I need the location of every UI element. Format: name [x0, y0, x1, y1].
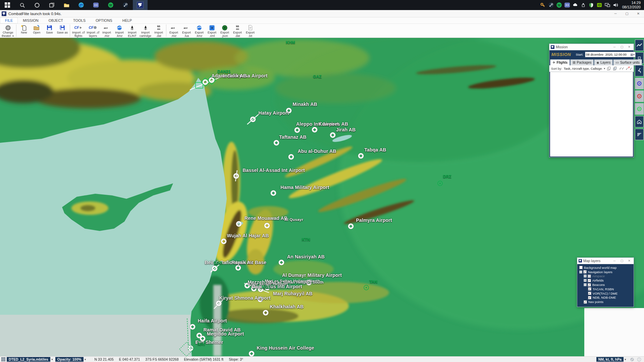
layer-label[interactable]: Background world map	[584, 266, 616, 269]
airfield-marker[interactable]	[264, 223, 270, 229]
tray-defender-icon[interactable]	[587, 0, 595, 10]
minimize-button[interactable]: ─	[611, 44, 618, 50]
collapse-icon[interactable]: −	[579, 270, 582, 274]
airfield-marker[interactable]	[235, 265, 241, 271]
taskbar-combatflite-icon[interactable]	[133, 0, 148, 10]
bullseye-green-button[interactable]	[635, 103, 644, 115]
toolbar-export-kmz-button[interactable]: Export.kmz	[193, 24, 206, 38]
taskbar-cortana-icon[interactable]	[30, 0, 44, 10]
map-layers-titlebar[interactable]: Map layers ─ ▢ ✕	[577, 258, 634, 264]
close-button[interactable]: ✕	[633, 10, 644, 17]
checkbox[interactable]: ✓	[583, 270, 587, 274]
menu-tools[interactable]: TOOLS	[68, 17, 91, 23]
layer-label[interactable]: Beacons	[592, 283, 605, 287]
checkbox[interactable]: ✓	[588, 296, 591, 299]
layer-label[interactable]: NDB, NDB-DME	[593, 296, 616, 299]
toolbar-export-xml-button[interactable]: ✈ Export.xml	[206, 24, 218, 38]
checkbox[interactable]	[579, 266, 583, 269]
layer-label[interactable]: VOR(TAC) / DME	[593, 292, 618, 295]
bullseye-blue-button[interactable]	[635, 78, 644, 89]
units-chip[interactable]: NM, kt, ft, hPa	[596, 357, 624, 362]
airfield-marker[interactable]	[200, 336, 206, 342]
toolbar-change-theater-button[interactable]: Changetheater ▼	[1, 24, 15, 38]
expand-icon[interactable]: +	[584, 275, 587, 278]
airfield-marker[interactable]	[312, 127, 318, 133]
airfield-marker[interactable]	[286, 108, 292, 114]
menu-object[interactable]: OBJECT	[44, 17, 68, 23]
minimize-button[interactable]: ─	[610, 10, 621, 17]
taskbar-file-explorer-icon[interactable]	[59, 0, 74, 10]
maximize-button[interactable]: ▢	[621, 10, 633, 17]
close-button[interactable]: ✕	[626, 44, 633, 50]
taskbar-task-view-icon[interactable]	[44, 0, 59, 10]
taskbar-spotify-icon[interactable]	[103, 0, 118, 10]
layer-label[interactable]: Nav points	[588, 300, 603, 304]
check-all-icon[interactable]: ✓✓	[619, 66, 624, 71]
minimize-button[interactable]: ─	[611, 258, 618, 264]
checkbox[interactable]: ✓	[588, 292, 591, 295]
maximize-button[interactable]: ▢	[618, 258, 626, 264]
airfield-marker[interactable]	[249, 351, 255, 357]
tray-steam-icon[interactable]	[547, 0, 555, 10]
toolbar-export-lua-button[interactable]: ace Export.lua	[180, 24, 193, 38]
airfield-marker[interactable]	[209, 77, 215, 83]
measure-route-button[interactable]	[635, 40, 644, 51]
expand-icon[interactable]: +	[584, 279, 587, 282]
taskbar-clock[interactable]: 14:29 08/12/2020	[620, 1, 644, 9]
toolbar-open-button[interactable]: Open	[30, 24, 43, 38]
chevron-down-icon[interactable]: ▼	[624, 358, 627, 361]
uncheck-all-icon[interactable]: ✓✗✓	[626, 66, 632, 71]
bullseye-red-button[interactable]	[635, 90, 644, 102]
airfield-marker[interactable]	[306, 280, 312, 286]
calendar-icon[interactable]: ▦	[630, 53, 633, 56]
tab-layers[interactable]: ◈Layers	[594, 59, 613, 65]
airfield-marker[interactable]	[203, 79, 208, 85]
start-datetime-input[interactable]	[586, 53, 630, 56]
warning-icon[interactable]	[637, 357, 641, 362]
airfield-marker[interactable]	[258, 297, 263, 302]
airfield-marker[interactable]	[288, 154, 294, 160]
airfield-marker[interactable]	[216, 301, 222, 306]
toolbar-import-dat-button[interactable]: NS430 Import.dat	[152, 24, 165, 38]
map-objects-overlay[interactable]	[0, 38, 644, 356]
taskbar-discord-icon[interactable]	[89, 0, 103, 10]
copy-all-icon[interactable]	[613, 66, 617, 71]
home-view-button[interactable]	[635, 116, 644, 127]
checkbox[interactable]: ✓	[588, 283, 591, 287]
checkbox[interactable]: ✓	[588, 287, 591, 291]
collapse-icon[interactable]: −	[584, 283, 587, 286]
layer-label[interactable]: Airspace	[592, 274, 605, 278]
airfield-marker[interactable]	[265, 285, 270, 291]
airfield-marker[interactable]	[271, 190, 276, 196]
chevron-down-icon[interactable]: ▾	[633, 53, 635, 56]
layer-label[interactable]: TACAN, RSBN	[593, 287, 614, 291]
maximize-button[interactable]: ▢	[618, 44, 626, 50]
airfield-marker[interactable]	[245, 283, 250, 289]
curve-tool-button[interactable]	[635, 65, 644, 76]
airfield-marker[interactable]	[263, 310, 269, 316]
tab-surface-units[interactable]: ▭Surface units	[613, 59, 642, 65]
toolbar-export-dat-button[interactable]: NS430 Export.dat	[231, 24, 244, 38]
chevron-down-icon[interactable]: ▼	[84, 358, 87, 361]
toolbar-new-button[interactable]: New	[17, 24, 30, 38]
menu-mission[interactable]: MISSION	[18, 17, 43, 23]
tray-discord-icon[interactable]	[563, 0, 571, 10]
toolbar-save-button[interactable]: Save	[43, 24, 56, 38]
taskbar-edge-icon[interactable]	[74, 0, 89, 10]
layer-label[interactable]: Navigation layers	[588, 270, 612, 274]
airfield-marker[interactable]	[236, 221, 242, 227]
tray-nvidia-icon[interactable]	[595, 0, 603, 10]
checkbox[interactable]: ✓	[588, 279, 591, 282]
toolbar-export-txt-button[interactable]: Export.txt	[244, 24, 257, 38]
toolbar-import-cf-layers-button[interactable]: CF Import .cflayers	[86, 24, 101, 38]
checkbox[interactable]: ✓	[584, 300, 587, 304]
airfield-marker[interactable]	[358, 153, 364, 159]
tab-flights[interactable]: ✈Flights	[550, 59, 570, 65]
taskbar-start-icon[interactable]	[0, 0, 15, 10]
mission-start-datetime[interactable]: ▦ ▾	[585, 52, 636, 57]
taskbar-search-icon[interactable]	[15, 0, 30, 10]
airfield-marker[interactable]	[348, 224, 354, 229]
map-source-chip[interactable]: DTED_L2_Syria.mbtiles	[7, 357, 50, 362]
toolbar-import-kmz-button[interactable]: Import.kmz	[113, 24, 126, 38]
menu-file[interactable]: FILE	[0, 17, 18, 23]
